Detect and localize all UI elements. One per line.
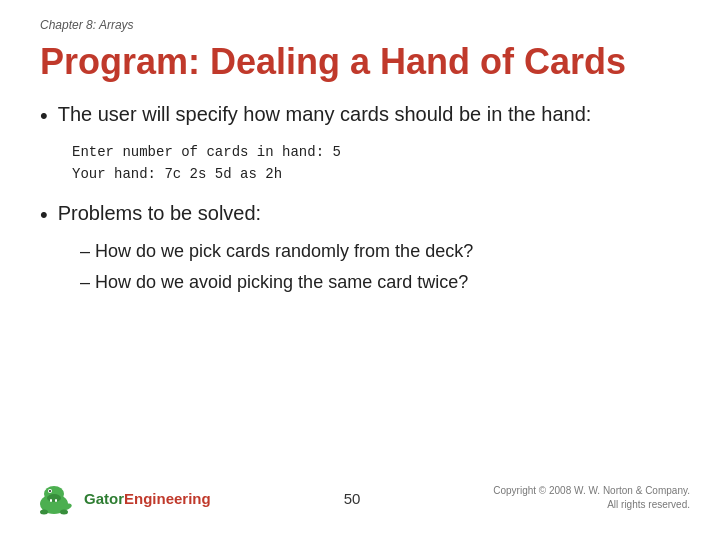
svg-point-9 xyxy=(60,510,68,515)
bullet-text-1: The user will specify how many cards sho… xyxy=(58,101,680,128)
footer-copyright: Copyright © 2008 W. W. Norton & Company.… xyxy=(493,484,690,512)
bullet-text-2: Problems to be solved: xyxy=(58,200,680,227)
footer: GatorEngineering 50 Copyright © 2008 W. … xyxy=(0,474,720,522)
sub-bullet-1: – How do we pick cards randomly from the… xyxy=(72,239,680,263)
slide: Chapter 8: Arrays Program: Dealing a Han… xyxy=(0,0,720,540)
sub-bullet-2: – How do we avoid picking the same card … xyxy=(72,270,680,294)
sub-bullet-text-1: – How do we pick cards randomly from the… xyxy=(80,239,473,263)
footer-logo-engineering-text: Engineering xyxy=(124,490,211,507)
svg-rect-5 xyxy=(50,499,52,502)
bullet-item-2: • Problems to be solved: xyxy=(40,200,680,230)
svg-point-4 xyxy=(49,490,51,492)
bullet-dot-1: • xyxy=(40,101,48,131)
bullet-section-1: • The user will specify how many cards s… xyxy=(40,101,680,185)
svg-point-2 xyxy=(47,494,61,502)
chapter-label: Chapter 8: Arrays xyxy=(40,18,680,32)
sub-bullet-text-2: – How do we avoid picking the same card … xyxy=(80,270,468,294)
svg-point-8 xyxy=(40,510,48,515)
gator-mascot-icon xyxy=(30,474,78,522)
code-block: Enter number of cards in hand: 5 Your ha… xyxy=(72,141,680,186)
footer-logo: GatorEngineering xyxy=(30,474,211,522)
svg-rect-6 xyxy=(55,499,57,502)
footer-logo-gator-text: Gator xyxy=(84,490,124,507)
footer-copyright-line1: Copyright © 2008 W. W. Norton & Company. xyxy=(493,485,690,496)
bullet-item-1: • The user will specify how many cards s… xyxy=(40,101,680,131)
sub-bullets: – How do we pick cards randomly from the… xyxy=(72,239,680,294)
code-line-1: Enter number of cards in hand: 5 xyxy=(72,141,680,163)
code-line-2: Your hand: 7c 2s 5d as 2h xyxy=(72,163,680,185)
footer-page-number: 50 xyxy=(344,490,361,507)
bullet-section-2: • Problems to be solved: – How do we pic… xyxy=(40,200,680,294)
slide-title: Program: Dealing a Hand of Cards xyxy=(40,40,680,83)
footer-copyright-line2: All rights reserved. xyxy=(607,499,690,510)
bullet-dot-2: • xyxy=(40,200,48,230)
